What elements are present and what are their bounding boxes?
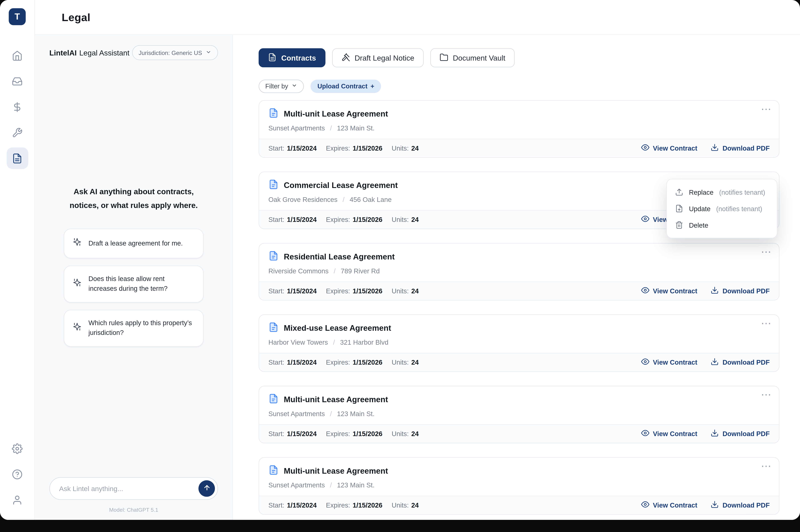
download-pdf-label: Download PDF [723,287,770,295]
units-label: Units: [392,287,409,295]
contract-title: Multi-unit Lease Agreement [284,395,388,404]
tab-contracts[interactable]: Contracts [258,48,325,67]
filter-by-dropdown[interactable]: Filter by [258,80,304,93]
tab-draft-legal-notice[interactable]: Draft Legal Notice [332,48,423,67]
suggestion-card[interactable]: Which rules apply to this property’s jur… [64,310,203,346]
eye-icon [641,500,649,510]
download-icon [711,144,719,153]
units-label: Units: [392,430,409,438]
assistant-panel: LintelAI Legal Assistant Jurisdiction: G… [35,35,233,520]
separator: / [330,410,332,418]
filter-label: Filter by [265,83,288,90]
start-value: 1/15/2024 [287,430,317,438]
file-plus-icon [675,205,683,213]
folder-icon [439,53,448,63]
sidebar-item-maintenance[interactable] [6,122,28,144]
file-icon [268,251,278,263]
menu-item-replace[interactable]: Replace (notifies tenant) [667,184,777,200]
expires-label: Expires: [326,216,350,224]
contract-card: Mixed-use Lease Agreement Harbor View To… [258,315,779,372]
expires-value: 1/15/2026 [353,430,382,438]
units-label: Units: [392,359,409,366]
sparkles-icon [72,322,82,334]
expires-label: Expires: [326,359,350,366]
sidebar-item-help[interactable] [6,463,28,485]
more-options-button[interactable]: ⋯ [761,247,772,257]
view-contract-label: View Contract [653,287,697,295]
more-options-button[interactable]: ⋯ [761,461,772,471]
contract-title: Multi-unit Lease Agreement [284,109,388,119]
sidebar-item-payments[interactable] [6,96,28,118]
view-contract-label: View Contract [653,144,697,152]
separator: / [330,481,332,489]
property-address: 456 Oak Lane [350,196,392,203]
chevron-down-icon [292,83,297,90]
sidebar-item-inbox[interactable] [6,70,28,92]
jurisdiction-dropdown[interactable]: Jurisdiction: Generic US [132,45,218,60]
expires-label: Expires: [326,430,350,438]
sidebar-item-home[interactable] [6,45,28,66]
plus-icon: + [370,83,374,90]
view-contract-button[interactable]: View Contract [641,500,697,510]
sidebar-item-documents[interactable] [6,147,28,169]
tab-document-vault[interactable]: Document Vault [430,48,514,67]
assistant-intro: Ask AI anything about contracts, notices… [59,185,208,212]
download-pdf-button[interactable]: Download PDF [711,429,770,439]
property-address: 321 Harbor Blvd [340,339,388,346]
download-pdf-button[interactable]: Download PDF [711,286,770,296]
start-label: Start: [268,501,284,509]
gavel-icon [341,53,350,63]
assistant-brand: LintelAI Legal Assistant [49,49,129,57]
app-logo: T [9,8,26,25]
contract-list: Multi-unit Lease Agreement Sunset Apartm… [258,100,779,515]
upload-contract-button[interactable]: Upload Contract + [311,80,381,93]
sidebar-item-settings[interactable] [6,438,28,459]
download-pdf-button[interactable]: Download PDF [711,500,770,510]
view-contract-label: View Contract [653,359,697,366]
start-label: Start: [268,216,284,224]
start-value: 1/15/2024 [287,287,317,295]
top-header: Legal [35,0,800,35]
more-options-button[interactable]: ⋯ [761,104,772,114]
home-icon [12,50,22,61]
sidebar-item-profile[interactable] [6,489,28,511]
suggestion-card[interactable]: Does this lease allow rent increases dur… [64,266,203,302]
suggestion-card[interactable]: Draft a lease agreement for me. [64,229,203,259]
start-label: Start: [268,287,284,295]
expires-label: Expires: [326,501,350,509]
dollar-icon [12,101,22,112]
view-contract-button[interactable]: View Contract [641,286,697,296]
units-label: Units: [392,144,409,152]
chevron-down-icon [205,49,211,56]
start-value: 1/15/2024 [287,501,317,509]
assistant-input[interactable] [49,477,218,500]
send-button[interactable] [198,480,215,497]
eye-icon [641,358,649,367]
expires-label: Expires: [326,144,350,152]
menu-item-delete[interactable]: Delete [667,217,777,233]
view-contract-button[interactable]: View Contract [641,358,697,367]
more-options-button[interactable]: ⋯ [761,390,772,400]
view-contract-button[interactable]: View Contract [641,144,697,153]
file-icon [268,394,278,406]
menu-item-update[interactable]: Update (notifies tenant) [667,200,777,217]
download-icon [711,429,719,439]
download-pdf-label: Download PDF [723,430,770,438]
download-pdf-label: Download PDF [723,501,770,509]
view-contract-button[interactable]: View Contract [641,429,697,439]
contract-context-menu: Replace (notifies tenant) Update (notifi… [667,179,778,238]
tab-label: Draft Legal Notice [354,54,414,62]
expires-value: 1/15/2026 [353,501,382,509]
property-name: Sunset Apartments [268,410,325,418]
download-icon [711,500,719,510]
download-pdf-button[interactable]: Download PDF [711,358,770,367]
download-pdf-button[interactable]: Download PDF [711,144,770,153]
units-value: 24 [411,287,419,295]
more-options-button[interactable]: ⋯ [761,318,772,328]
page-title: Legal [62,11,90,23]
contract-card: Residential Lease Agreement Riverside Co… [258,243,779,301]
contract-title: Commercial Lease Agreement [284,181,398,190]
menu-item-note: (notifies tenant) [716,205,762,212]
units-label: Units: [392,501,409,509]
contracts-toolbar: Filter by Upload Contract + [258,80,779,93]
